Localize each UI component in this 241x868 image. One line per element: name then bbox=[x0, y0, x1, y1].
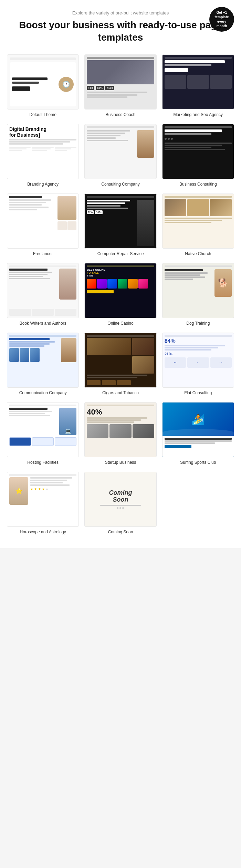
text-line bbox=[9, 411, 52, 412]
template-item-consulting-company[interactable]: Consulting Company bbox=[84, 124, 156, 187]
thumb-text: 82% 100+ bbox=[87, 200, 135, 246]
text-line bbox=[165, 147, 212, 148]
template-item-online-casino[interactable]: BEST ONLINEFOR ALLTIME Online Casino bbox=[84, 263, 156, 326]
thumb-text: ★ ★ ★ ★ ★ bbox=[30, 477, 76, 524]
thumb-cta bbox=[165, 68, 188, 72]
template-item-dog-training[interactable]: Dog Training bbox=[162, 263, 234, 326]
thumb-img bbox=[132, 338, 154, 355]
template-item-flat-consulting[interactable]: 84% 210+ ··· ··· ··· Flat Consulting bbox=[162, 333, 234, 395]
thumb-small-img bbox=[67, 221, 77, 230]
dot bbox=[119, 507, 121, 509]
text-line bbox=[9, 341, 55, 343]
thumb-cta bbox=[87, 290, 114, 293]
text-line bbox=[165, 349, 212, 351]
template-item-book-writers[interactable]: Book Writers and Authors bbox=[7, 263, 79, 326]
promo-badge: Get +1 template every month bbox=[209, 7, 234, 32]
thumb-lines bbox=[165, 218, 232, 223]
page-title: Boost your business with ready-to-use pa… bbox=[7, 19, 234, 44]
game-item bbox=[87, 279, 96, 289]
text-line bbox=[87, 96, 127, 98]
thumb-nav bbox=[9, 474, 76, 476]
thumb-lines bbox=[87, 417, 154, 423]
thumb-person bbox=[59, 408, 76, 435]
thumb-small-images bbox=[57, 221, 76, 230]
template-item-coming-soon[interactable]: ComingSoon Coming Soon bbox=[84, 472, 156, 534]
dot bbox=[168, 138, 170, 140]
thumb-stars: ★ ★ ★ ★ ★ bbox=[30, 487, 76, 491]
template-item-freelancer[interactable]: Freelancer bbox=[7, 194, 79, 256]
stat-210: 210+ bbox=[165, 352, 232, 356]
template-item-business-consulting[interactable]: Business Consulting bbox=[162, 124, 234, 187]
thumb-photo bbox=[9, 477, 28, 505]
text-line bbox=[9, 143, 63, 145]
text-line bbox=[9, 413, 45, 414]
text-line bbox=[30, 482, 63, 483]
template-item-computer-repair[interactable]: 82% 100+ Computer Repair Service bbox=[84, 194, 156, 256]
template-item-native-church[interactable]: Native Church bbox=[162, 194, 234, 256]
text-line bbox=[9, 276, 43, 277]
star-icon: ★ bbox=[30, 487, 33, 491]
thumb-images bbox=[87, 424, 154, 438]
text-line bbox=[165, 279, 193, 280]
thumb-tools bbox=[87, 380, 154, 385]
thumb-img bbox=[187, 199, 209, 216]
template-item-cigars-tobacco[interactable]: Cigars and Tobacco bbox=[84, 333, 156, 395]
thumb-hero: 🕐 bbox=[10, 62, 76, 106]
stat-box: ··· bbox=[187, 357, 209, 368]
text-line bbox=[165, 272, 208, 274]
thumb-subline bbox=[12, 82, 39, 84]
thumb-bottom-item bbox=[32, 309, 54, 316]
template-item-hosting-facilities[interactable]: Hosting Facilities bbox=[7, 402, 79, 465]
dot bbox=[122, 507, 124, 509]
template-item-communication-company[interactable]: Communication Company bbox=[7, 333, 79, 395]
thumb-dots bbox=[117, 507, 124, 509]
text-line bbox=[87, 208, 127, 209]
thumb-name bbox=[9, 196, 42, 198]
text-line bbox=[9, 139, 76, 140]
thumb-nav bbox=[87, 265, 154, 267]
thumb-inner bbox=[163, 402, 234, 457]
template-thumb-computer-repair: 82% 100+ bbox=[84, 194, 156, 249]
text-line bbox=[87, 130, 130, 132]
template-item-horoscope[interactable]: ★ ★ ★ ★ ★ Horoscope and Astrology bbox=[7, 472, 79, 534]
text-line bbox=[9, 343, 50, 345]
thumb-img bbox=[165, 199, 186, 216]
text-line bbox=[165, 442, 215, 444]
template-thumb-native-church bbox=[162, 194, 234, 249]
template-item-surfing-sports[interactable]: Surfing Sports Club bbox=[162, 402, 234, 465]
page-wrapper: Get +1 template every month Explore the … bbox=[0, 0, 241, 548]
text-line bbox=[87, 92, 147, 93]
thumb-content: ★ ★ ★ ★ ★ bbox=[9, 477, 76, 524]
template-item-business-coach[interactable]: >15 60% +100 Business Coach bbox=[84, 54, 156, 117]
template-item-branding-agency[interactable]: Digital Brandingfor Business] bbox=[7, 124, 79, 187]
text-line bbox=[87, 377, 137, 378]
thumb-title bbox=[9, 338, 50, 340]
text-line bbox=[87, 205, 120, 207]
template-item-startup-business[interactable]: 40% Startup Business bbox=[84, 402, 156, 465]
thumb-hero-text bbox=[165, 60, 232, 72]
text-line bbox=[9, 209, 37, 210]
template-label: Cigars and Tobacco bbox=[102, 390, 139, 395]
template-thumb-consulting-company bbox=[84, 124, 156, 179]
text-line bbox=[9, 207, 49, 208]
thumb-games bbox=[87, 279, 154, 289]
col-line bbox=[55, 148, 71, 149]
thumb-hero bbox=[9, 338, 76, 385]
thumb-left-text bbox=[87, 130, 135, 177]
star-icon: ★ bbox=[45, 487, 49, 491]
template-thumb-branding-agency: Digital Brandingfor Business] bbox=[7, 124, 79, 179]
thumb-img-main bbox=[87, 338, 131, 355]
thumb-subtitle bbox=[165, 133, 212, 135]
text-line bbox=[87, 137, 116, 139]
template-item-marketing-seo[interactable]: Marketing and Seo Agency bbox=[162, 54, 234, 117]
template-item-default-theme[interactable]: 🕐 Default Theme bbox=[7, 54, 79, 117]
thumb-nav bbox=[87, 335, 154, 337]
template-thumb-surfing-sports bbox=[162, 402, 234, 457]
game-item bbox=[118, 279, 127, 289]
thumb-big-stat: 84% bbox=[165, 338, 232, 344]
text-line bbox=[87, 135, 120, 136]
thumb-content bbox=[165, 269, 232, 316]
thumb-img bbox=[187, 75, 209, 89]
thumb-content bbox=[9, 269, 76, 307]
template-label: Business Coach bbox=[106, 112, 136, 117]
